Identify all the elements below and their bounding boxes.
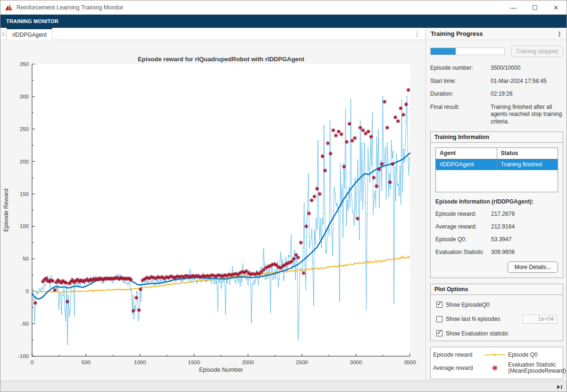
svg-text:0: 0 bbox=[26, 288, 29, 294]
svg-text:Episode Reward: Episode Reward bbox=[3, 188, 9, 232]
panel-body: Training stopped Episode number: 3500/10… bbox=[426, 40, 567, 381]
svg-text:1000: 1000 bbox=[134, 359, 146, 365]
evaluation-statistic-stat: Evaluation Statistic 309.9606 bbox=[435, 249, 558, 255]
svg-text:200: 200 bbox=[20, 159, 29, 164]
svg-text:300: 300 bbox=[20, 94, 29, 99]
check-icon: ✓ bbox=[437, 329, 442, 336]
evaluation-statistic-asterisk-swatch bbox=[491, 364, 499, 372]
legend-episode-reward-label: Episode reward bbox=[433, 351, 482, 358]
final-result-field: Final result: Training finished after al… bbox=[430, 104, 563, 126]
progress-bar-fill bbox=[431, 48, 456, 55]
legend-episode-q0-label: Episode Q0 bbox=[508, 351, 566, 358]
duration-field: Duration: 02:19:26 bbox=[430, 90, 563, 98]
episode-information-title: Episode Information (rlDDPGAgent): bbox=[435, 198, 558, 205]
start-time-field: Start time: 01-Mar-2024 17:58:45 bbox=[430, 78, 563, 85]
panel-header: Training Progress ⋮ bbox=[426, 28, 567, 40]
svg-text:Episode Number: Episode Number bbox=[199, 367, 243, 373]
kebab-icon: ⋮ bbox=[414, 31, 420, 37]
minimize-button[interactable]: — bbox=[503, 0, 524, 15]
table-row-empty bbox=[436, 170, 558, 192]
document-tab-strip: rlDDPGAgent ⋮ bbox=[0, 28, 425, 40]
check-icon: ✓ bbox=[437, 300, 442, 307]
svg-text:150: 150 bbox=[20, 191, 29, 197]
ribbon-bar: TRAINING MONITOR bbox=[0, 15, 567, 28]
episode-reward-chart: -100-50050100150200250300350050010001500… bbox=[0, 40, 425, 381]
agents-table-header-agent: Agent bbox=[436, 147, 497, 159]
agents-table-header-status: Status bbox=[497, 147, 558, 159]
episode-q0-line-swatch bbox=[484, 352, 506, 357]
svg-text:1500: 1500 bbox=[188, 359, 200, 365]
plot-legend: Episode reward Episode Q0 Average reward… bbox=[430, 347, 563, 380]
matlab-logo-icon bbox=[5, 4, 13, 11]
show-episodeq0-checkbox[interactable]: ✓ bbox=[436, 302, 442, 308]
training-monitor-window: Reinforcement Learning Training Monitor … bbox=[0, 0, 567, 392]
show-evaluation-statistic-option[interactable]: ✓ Show Evaluation statistic bbox=[436, 330, 557, 337]
plot-options-title: Plot Options bbox=[431, 284, 563, 295]
training-plot-figure: -100-50050100150200250300350050010001500… bbox=[0, 40, 425, 381]
more-details-button[interactable]: More Details... bbox=[508, 261, 558, 273]
episode-reward-stat: Episode reward: 217.2679 bbox=[435, 211, 558, 217]
progress-bar bbox=[430, 48, 505, 55]
svg-text:350: 350 bbox=[20, 61, 29, 67]
table-row-rlddpgagent[interactable]: rlDDPGAgent Training finished bbox=[436, 159, 558, 170]
svg-text:0: 0 bbox=[31, 359, 33, 365]
svg-text:250: 250 bbox=[20, 126, 29, 132]
svg-text:500: 500 bbox=[82, 359, 91, 365]
training-information-group: Training Information Agent Status rlDDPG… bbox=[430, 131, 563, 278]
training-progress-panel: Training Progress ⋮ Training stopped Epi… bbox=[425, 28, 567, 381]
tab-rlddpgagent[interactable]: rlDDPGAgent bbox=[7, 28, 52, 40]
tab-drag-grip-icon[interactable] bbox=[0, 28, 7, 40]
maximize-icon bbox=[533, 5, 537, 10]
close-button[interactable]: ✕ bbox=[545, 0, 567, 15]
document-pane: rlDDPGAgent ⋮ -100-500501001502002503003… bbox=[0, 28, 425, 381]
collapse-right-icon[interactable] bbox=[557, 384, 563, 390]
plot-options-group: Plot Options ✓ Show EpisodeQ0 ✓ Show las… bbox=[430, 284, 563, 341]
last-n-episodes-input[interactable] bbox=[522, 315, 557, 324]
legend-evaluation-statistic-label: Evaluation Statistic (MeanEpisodeReward) bbox=[508, 362, 566, 375]
legend-average-reward-label: Average reward bbox=[433, 365, 482, 371]
ribbon-tab-training-monitor[interactable]: TRAINING MONITOR bbox=[6, 18, 58, 24]
episode-number-field: Episode number: 3500/10000 bbox=[430, 65, 563, 72]
show-evaluation-statistic-checkbox[interactable]: ✓ bbox=[436, 330, 442, 336]
svg-text:50: 50 bbox=[23, 256, 29, 261]
svg-text:100: 100 bbox=[20, 223, 29, 229]
panel-title: Training Progress bbox=[431, 30, 483, 37]
agents-table[interactable]: Agent Status rlDDPGAgent Training finish… bbox=[435, 147, 558, 192]
svg-text:3500: 3500 bbox=[404, 359, 416, 365]
training-stopped-button[interactable]: Training stopped bbox=[511, 46, 563, 57]
show-episodeq0-option[interactable]: ✓ Show EpisodeQ0 bbox=[436, 302, 557, 308]
svg-text:-100: -100 bbox=[18, 353, 29, 359]
window-title: Reinforcement Learning Training Monitor bbox=[17, 4, 124, 11]
svg-text:2500: 2500 bbox=[296, 359, 308, 365]
show-last-n-episodes-checkbox[interactable]: ✓ bbox=[436, 316, 442, 322]
training-information-title: Training Information bbox=[431, 132, 563, 143]
svg-text:-50: -50 bbox=[21, 321, 29, 327]
progress-row: Training stopped bbox=[430, 46, 563, 57]
show-last-n-episodes-option[interactable]: ✓ Show last N episodes bbox=[436, 315, 557, 324]
episode-q0-stat: Episode Q0: 53.3947 bbox=[435, 236, 558, 243]
svg-text:3000: 3000 bbox=[350, 359, 362, 365]
svg-text:Episode reward for rlQuadruped: Episode reward for rlQuadrupedRobot with… bbox=[138, 56, 305, 63]
average-reward-stat: Average reward: 212.9164 bbox=[435, 223, 558, 230]
maximize-button[interactable] bbox=[524, 0, 545, 15]
panel-menu-button[interactable]: ⋮ bbox=[556, 31, 563, 37]
title-bar: Reinforcement Learning Training Monitor … bbox=[0, 0, 567, 15]
status-bar bbox=[0, 381, 567, 392]
tab-strip-menu-button[interactable]: ⋮ bbox=[414, 28, 420, 40]
svg-text:2000: 2000 bbox=[242, 359, 254, 365]
